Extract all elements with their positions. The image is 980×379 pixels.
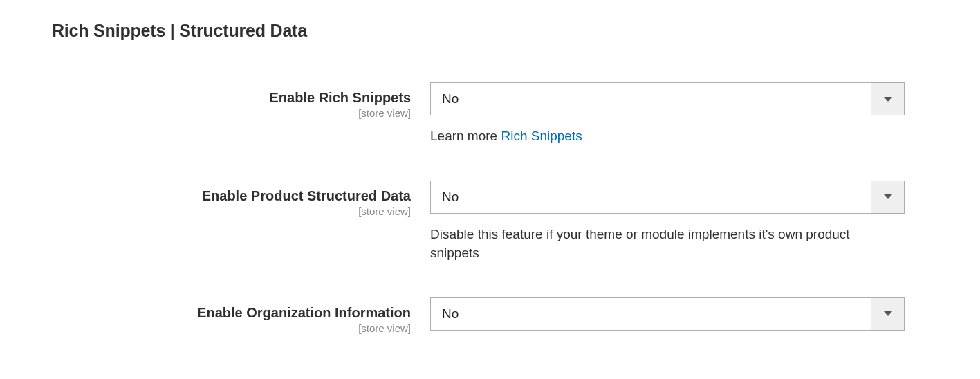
form-rows: Enable Rich Snippets [store view] No Lea… xyxy=(0,82,980,334)
dropdown-button[interactable] xyxy=(871,298,904,330)
field-hint: Learn more Rich Snippets xyxy=(430,127,894,146)
field-enable-organization-information: Enable Organization Information [store v… xyxy=(0,297,980,334)
chevron-down-icon xyxy=(884,194,892,199)
label-col: Enable Product Structured Data [store vi… xyxy=(0,181,430,217)
rich-snippets-link[interactable]: Rich Snippets xyxy=(501,129,582,143)
label-col: Enable Rich Snippets [store view] xyxy=(0,82,430,119)
field-enable-rich-snippets: Enable Rich Snippets [store view] No Lea… xyxy=(0,82,980,146)
label-col: Enable Organization Information [store v… xyxy=(0,297,430,334)
enable-rich-snippets-select[interactable]: No xyxy=(430,82,905,115)
field-hint: Disable this feature if your theme or mo… xyxy=(430,225,894,263)
hint-text: Learn more xyxy=(430,129,501,143)
control-col: No xyxy=(430,297,914,331)
field-label: Enable Rich Snippets xyxy=(0,89,411,106)
select-value: No xyxy=(431,298,871,330)
chevron-down-icon xyxy=(884,311,892,316)
section-title: Rich Snippets | Structured Data xyxy=(52,21,980,41)
field-enable-product-structured-data: Enable Product Structured Data [store vi… xyxy=(0,181,980,263)
control-col: No Disable this feature if your theme or… xyxy=(430,181,914,263)
field-label: Enable Product Structured Data xyxy=(0,187,411,204)
field-label: Enable Organization Information xyxy=(0,304,411,321)
enable-organization-information-select[interactable]: No xyxy=(430,297,905,331)
dropdown-button[interactable] xyxy=(871,83,904,115)
chevron-down-icon xyxy=(884,97,892,102)
dropdown-button[interactable] xyxy=(871,181,904,213)
enable-product-structured-data-select[interactable]: No xyxy=(430,181,905,214)
select-value: No xyxy=(431,181,871,213)
scope-label: [store view] xyxy=(0,107,411,119)
scope-label: [store view] xyxy=(0,205,411,217)
control-col: No Learn more Rich Snippets xyxy=(430,82,914,146)
scope-label: [store view] xyxy=(0,322,411,334)
select-value: No xyxy=(431,83,871,115)
